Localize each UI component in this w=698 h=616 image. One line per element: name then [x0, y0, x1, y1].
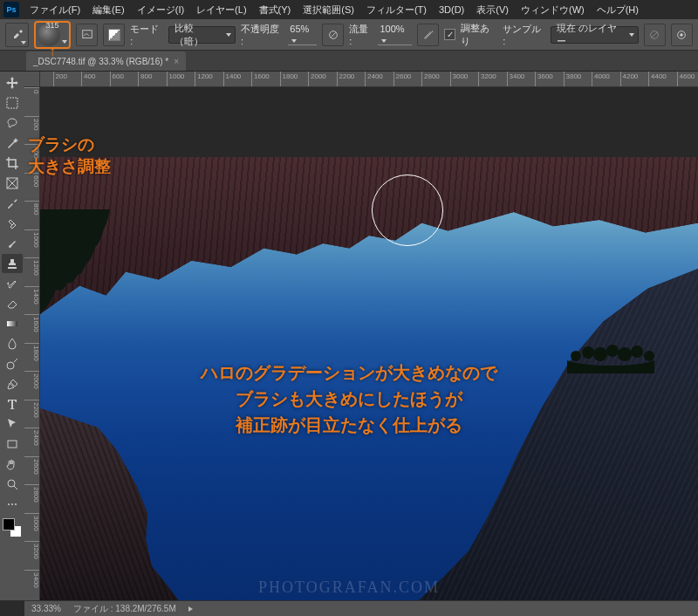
svg-point-15	[582, 346, 594, 359]
ruler-tick: 0	[24, 87, 40, 93]
healing-tool[interactable]	[2, 214, 23, 233]
ruler-tick: 1400	[223, 72, 242, 87]
menu-type[interactable]: 書式(Y)	[254, 2, 297, 18]
svg-rect-9	[8, 441, 17, 448]
ruler-tick: 1000	[167, 72, 185, 87]
brush-settings-button[interactable]	[76, 24, 98, 46]
flow-label: 流量 :	[349, 23, 373, 46]
wand-tool[interactable]	[2, 133, 23, 153]
color-swatches[interactable]	[3, 518, 22, 537]
ruler-tick: 2600	[24, 456, 40, 475]
history-brush-tool[interactable]	[2, 274, 23, 293]
ruler-tick: 2600	[393, 72, 412, 87]
ruler-origin[interactable]	[24, 72, 40, 87]
brush-preset-picker[interactable]: 315 ↑	[34, 21, 71, 49]
svg-point-17	[606, 345, 619, 357]
ruler-horizontal[interactable]: 0200400600800100012001400160018002000220…	[24, 72, 698, 87]
zoom-level[interactable]: 33.33%	[31, 604, 61, 613]
blur-tool[interactable]	[2, 334, 23, 353]
ruler-tick: 3000	[24, 513, 40, 531]
canvas-background	[40, 87, 698, 157]
move-tool[interactable]	[2, 73, 23, 92]
ruler-tick: 3000	[450, 72, 469, 87]
pressure-size-button[interactable]	[671, 24, 693, 46]
ruler-tick: 1200	[195, 72, 213, 87]
blend-mode-dropdown[interactable]: 比較（暗）	[168, 26, 236, 44]
svg-rect-5	[7, 98, 17, 108]
doc-info-menu-icon[interactable]	[188, 606, 193, 612]
ruler-tick: 1000	[24, 229, 40, 248]
ruler-tick: 3600	[535, 72, 553, 87]
gradient-tool[interactable]	[2, 314, 23, 333]
eraser-tool[interactable]	[2, 294, 23, 313]
ruler-tick: 2800	[24, 484, 40, 503]
ruler-tick: 1400	[24, 286, 40, 305]
ruler-tick: 4600	[677, 72, 695, 87]
menu-file[interactable]: ファイル(F)	[24, 2, 86, 18]
ruler-tick: 4200	[620, 72, 639, 87]
opacity-field[interactable]: 65%	[288, 24, 317, 45]
mixer-brush-button[interactable]	[103, 24, 125, 46]
ruler-tick: 200	[24, 116, 40, 130]
ruler-tick: 2000	[308, 72, 326, 87]
hand-tool[interactable]	[2, 455, 23, 474]
document-tab-bar: _DSC7748.tif @ 33.3% (RGB/16) * ×	[0, 51, 698, 72]
ruler-tick: 4400	[648, 72, 667, 87]
menu-layer[interactable]: レイヤー(L)	[191, 2, 251, 18]
pressure-opacity-button[interactable]	[322, 24, 344, 46]
zoom-tool[interactable]	[2, 475, 23, 494]
app-logo-icon: Ps	[3, 2, 19, 17]
annotation-brush-size: ブラシの 大きさ調整	[28, 134, 111, 177]
brush-tool[interactable]	[2, 234, 23, 253]
ruler-tick: 3200	[478, 72, 496, 87]
marquee-tool[interactable]	[2, 93, 23, 113]
ruler-tick: 2800	[421, 72, 440, 87]
aligned-label: 調整あり	[461, 22, 497, 48]
airbrush-button[interactable]	[417, 24, 439, 46]
ruler-tick: 1600	[251, 72, 270, 87]
sample-dropdown[interactable]: 現在 のレイヤー	[551, 26, 639, 44]
menu-help[interactable]: ヘルプ(H)	[592, 2, 644, 18]
menu-window[interactable]: ウィンドウ(W)	[516, 2, 590, 18]
svg-point-12	[11, 503, 13, 505]
annotation-body: ハロのグラデーションが大きめなので ブラシも大きめにしたほうが 補正跡が目立たな…	[0, 359, 698, 438]
ruler-tick: 1800	[24, 343, 40, 361]
tool-preset-picker[interactable]	[5, 23, 29, 47]
opacity-label: 不透明度 :	[241, 23, 283, 46]
lasso-tool[interactable]	[2, 113, 23, 133]
ignore-adjustment-button[interactable]	[644, 24, 666, 46]
ruler-tick: 3200	[24, 541, 40, 559]
svg-point-19	[631, 346, 643, 358]
ruler-tick: 3400	[507, 72, 525, 87]
blend-mode-label: モード :	[130, 23, 163, 46]
flow-field[interactable]: 100%	[378, 24, 412, 45]
menu-view[interactable]: 表示(V)	[471, 2, 514, 18]
menu-select[interactable]: 選択範囲(S)	[298, 2, 359, 18]
image-tree	[40, 209, 110, 314]
ruler-tick: 200	[53, 72, 67, 87]
frame-tool[interactable]	[2, 174, 23, 193]
ruler-tick: 600	[110, 72, 124, 87]
callout-arrow-icon: ↑	[49, 44, 56, 59]
svg-point-11	[8, 503, 10, 505]
ruler-tick: 400	[81, 72, 95, 87]
svg-rect-7	[7, 321, 17, 326]
close-tab-button[interactable]: ×	[174, 57, 179, 66]
menu-image[interactable]: イメージ(I)	[132, 2, 189, 18]
ruler-tick: 1600	[24, 314, 40, 332]
options-bar: 315 ↑ モード : 比較（暗） 不透明度 : 65% 流量 : 100% ✓…	[0, 19, 698, 51]
eyedropper-tool[interactable]	[2, 194, 23, 213]
doc-info[interactable]: ファイル : 138.2M/276.5M	[73, 603, 176, 615]
edit-toolbar-button[interactable]	[2, 495, 23, 514]
foreground-swatch[interactable]	[3, 518, 15, 530]
crop-tool[interactable]	[2, 154, 23, 173]
stamp-tool[interactable]	[2, 254, 23, 273]
menu-3d[interactable]: 3D(D)	[434, 3, 469, 17]
toolbox	[0, 72, 24, 600]
sample-label: サンプル :	[503, 23, 544, 46]
aligned-checkbox[interactable]: ✓	[444, 29, 455, 40]
canvas-area[interactable]	[40, 87, 698, 600]
menu-filter[interactable]: フィルター(T)	[361, 2, 432, 18]
svg-point-13	[15, 503, 17, 505]
menu-edit[interactable]: 編集(E)	[87, 2, 130, 18]
